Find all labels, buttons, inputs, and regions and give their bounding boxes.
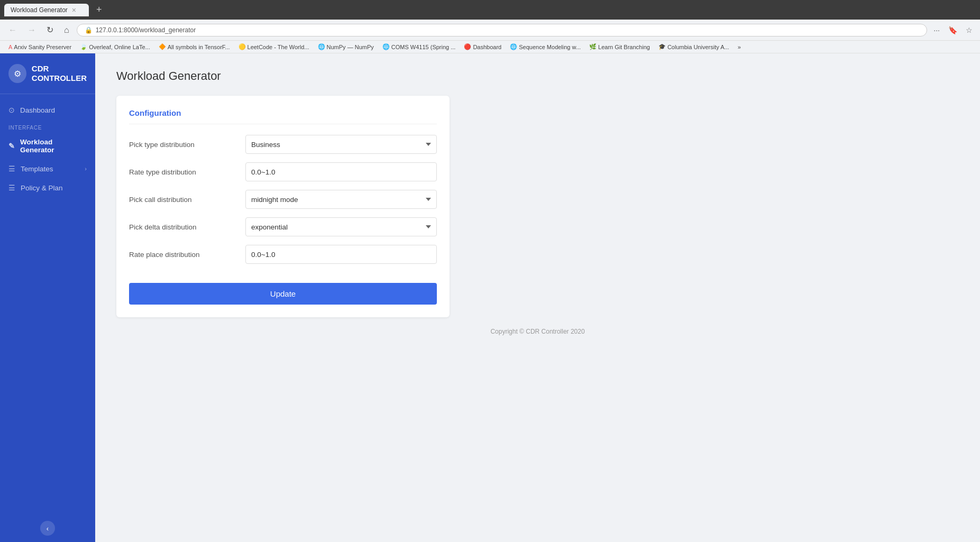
sidebar-item-workload[interactable]: ✎ Workload Generator bbox=[0, 133, 95, 159]
templates-icon: ☰ bbox=[8, 164, 15, 173]
bookmark-icon-sequence: 🌐 bbox=[510, 43, 517, 50]
bookmark-sequence[interactable]: 🌐 Sequence Modeling w... bbox=[507, 42, 584, 51]
config-card: Configuration Pick type distribution Bus… bbox=[116, 96, 450, 317]
back-button[interactable]: ← bbox=[5, 23, 20, 37]
address-bar[interactable]: 🔒 127.0.0.1:8000/workload_generator bbox=[77, 24, 928, 36]
browser-chrome: Workload Generator × + bbox=[0, 0, 980, 20]
bookmark-columbia[interactable]: 🎓 Columbia University A... bbox=[655, 42, 732, 51]
tab-title: Workload Generator bbox=[11, 6, 68, 14]
url-icon: 🔒 bbox=[85, 26, 93, 34]
pick-delta-row: Pick delta distribution exponential unif… bbox=[129, 217, 437, 236]
sidebar-section-interface: INTERFACE bbox=[0, 120, 95, 133]
more-options-button[interactable]: ··· bbox=[931, 24, 942, 36]
bookmark-dashboard[interactable]: 🔴 Dashboard bbox=[461, 42, 505, 51]
bookmark-label-sequence: Sequence Modeling w... bbox=[519, 44, 581, 50]
pick-call-row: Pick call distribution midnight mode day… bbox=[129, 190, 437, 209]
sidebar-label-dashboard: Dashboard bbox=[20, 106, 55, 114]
bookmark-label-overleaf: Overleaf, Online LaTe... bbox=[89, 44, 150, 50]
star-button[interactable]: ☆ bbox=[964, 24, 975, 36]
bookmark-icon-coms: 🌐 bbox=[382, 43, 390, 50]
bookmarks-more-button[interactable]: » bbox=[735, 42, 744, 51]
pick-delta-distribution-select[interactable]: exponential uniform normal bbox=[245, 217, 437, 236]
sidebar-logo-text: CDRCONTROLLER bbox=[32, 64, 87, 83]
active-tab[interactable]: Workload Generator × bbox=[4, 4, 89, 16]
footer: Copyright © CDR Controller 2020 bbox=[116, 317, 959, 346]
sidebar-item-policy[interactable]: ☰ Policy & Plan bbox=[0, 178, 95, 197]
bookmark-arxiv[interactable]: A Arxiv Sanity Preserver bbox=[5, 42, 75, 51]
pick-type-label: Pick type distribution bbox=[129, 141, 245, 149]
tab-close-button[interactable]: × bbox=[72, 6, 76, 14]
bookmark-icon-overleaf: 🍃 bbox=[80, 43, 87, 50]
bookmark-icon-tensorflow: 🔶 bbox=[159, 43, 166, 50]
bookmark-label-coms: COMS W4115 (Spring ... bbox=[391, 44, 456, 50]
main-content: Workload Generator Configuration Pick ty… bbox=[95, 53, 980, 542]
sidebar-nav: ⊙ Dashboard INTERFACE ✎ Workload Generat… bbox=[0, 94, 95, 515]
app-wrapper: ⚙ CDRCONTROLLER ⊙ Dashboard INTERFACE ✎ … bbox=[0, 53, 980, 542]
bookmark-icon-arxiv: A bbox=[8, 44, 12, 50]
bookmark-label-arxiv: Arxiv Sanity Preserver bbox=[14, 44, 71, 50]
update-button[interactable]: Update bbox=[129, 283, 437, 305]
bookmark-icon-numpy: 🌐 bbox=[318, 43, 325, 50]
bookmark-overleaf[interactable]: 🍃 Overleaf, Online LaTe... bbox=[77, 42, 153, 51]
rate-type-label: Rate type distribution bbox=[129, 168, 245, 176]
sidebar: ⚙ CDRCONTROLLER ⊙ Dashboard INTERFACE ✎ … bbox=[0, 53, 95, 542]
pick-type-row: Pick type distribution Business Personal… bbox=[129, 135, 437, 154]
workload-icon: ✎ bbox=[8, 142, 15, 150]
sidebar-label-policy: Policy & Plan bbox=[21, 184, 63, 192]
bookmark-label-numpy: NumPy — NumPy bbox=[327, 44, 374, 50]
config-section-title: Configuration bbox=[129, 108, 437, 124]
bookmark-icon-dashboard: 🔴 bbox=[464, 43, 471, 50]
pick-call-distribution-select[interactable]: midnight mode daytime mode uniform bbox=[245, 190, 437, 209]
policy-icon: ☰ bbox=[8, 183, 15, 192]
forward-button[interactable]: → bbox=[24, 23, 39, 37]
refresh-button[interactable]: ↻ bbox=[43, 23, 57, 37]
bookmarks-bar: A Arxiv Sanity Preserver 🍃 Overleaf, Onl… bbox=[0, 41, 980, 53]
bookmark-icon-git: 🌿 bbox=[589, 43, 597, 50]
bookmark-label-columbia: Columbia University A... bbox=[667, 44, 729, 50]
rate-type-row: Rate type distribution bbox=[129, 162, 437, 181]
bookmark-icon-columbia: 🎓 bbox=[658, 43, 666, 50]
home-button[interactable]: ⌂ bbox=[61, 23, 72, 37]
bookmark-label-leetcode: LeetCode - The World... bbox=[248, 44, 309, 50]
templates-chevron-icon: › bbox=[85, 166, 87, 172]
bookmark-leetcode[interactable]: 🟡 LeetCode - The World... bbox=[235, 42, 313, 51]
browser-nav: ← → ↻ ⌂ 🔒 127.0.0.1:8000/workload_genera… bbox=[0, 20, 980, 41]
sidebar-collapse-button[interactable]: ‹ bbox=[40, 521, 55, 536]
pick-call-label: Pick call distribution bbox=[129, 196, 245, 204]
sidebar-label-workload: Workload Generator bbox=[20, 138, 87, 154]
rate-place-row: Rate place distribution bbox=[129, 245, 437, 264]
bookmark-button[interactable]: 🔖 bbox=[946, 24, 959, 36]
bookmark-label-git: Learn Git Branching bbox=[598, 44, 650, 50]
rate-type-distribution-input[interactable] bbox=[245, 162, 437, 181]
bookmark-numpy[interactable]: 🌐 NumPy — NumPy bbox=[315, 42, 377, 51]
sidebar-logo-icon: ⚙ bbox=[8, 64, 26, 83]
sidebar-label-templates: Templates bbox=[21, 165, 53, 173]
rate-place-distribution-input[interactable] bbox=[245, 245, 437, 264]
bookmark-icon-leetcode: 🟡 bbox=[239, 43, 246, 50]
pick-delta-label: Pick delta distribution bbox=[129, 223, 245, 231]
bookmark-coms[interactable]: 🌐 COMS W4115 (Spring ... bbox=[379, 42, 459, 51]
bookmark-label-dashboard: Dashboard bbox=[473, 44, 501, 50]
url-text: 127.0.0.1:8000/workload_generator bbox=[96, 26, 196, 34]
dashboard-icon: ⊙ bbox=[8, 106, 15, 114]
sidebar-logo: ⚙ CDRCONTROLLER bbox=[0, 53, 95, 94]
sidebar-item-dashboard[interactable]: ⊙ Dashboard bbox=[0, 100, 95, 120]
sidebar-item-templates[interactable]: ☰ Templates › bbox=[0, 159, 95, 178]
bookmark-git[interactable]: 🌿 Learn Git Branching bbox=[586, 42, 653, 51]
bookmark-label-tensorflow: All symbols in TensorF... bbox=[168, 44, 230, 50]
collapse-icon: ‹ bbox=[47, 525, 49, 532]
tab-add-button[interactable]: + bbox=[93, 3, 105, 16]
pick-type-distribution-select[interactable]: Business Personal Mixed bbox=[245, 135, 437, 154]
bookmark-tensorflow[interactable]: 🔶 All symbols in TensorF... bbox=[155, 42, 233, 51]
page-title: Workload Generator bbox=[116, 69, 959, 83]
rate-place-label: Rate place distribution bbox=[129, 251, 245, 259]
